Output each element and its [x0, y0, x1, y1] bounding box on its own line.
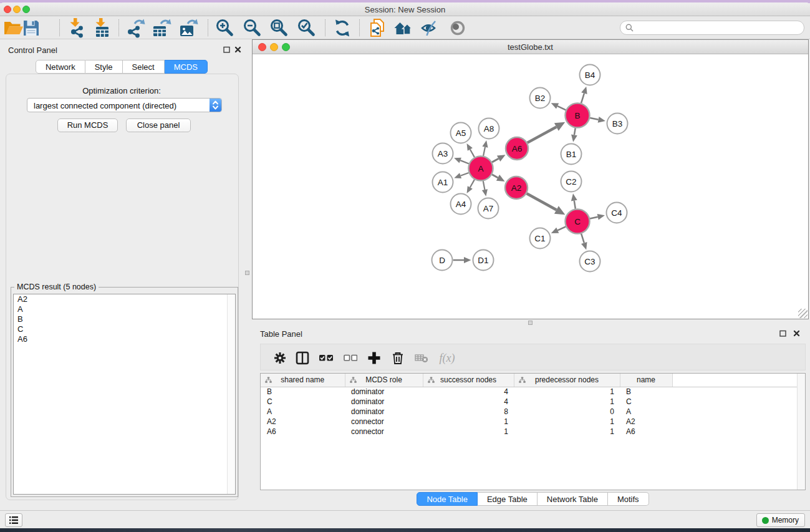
cell[interactable]: 0 [514, 407, 620, 417]
graph-edge-A-A7[interactable] [483, 181, 485, 190]
graph-edge-A-A4[interactable] [470, 180, 475, 188]
column-header-name[interactable]: name [620, 374, 672, 387]
graph-edge-B-B1[interactable] [574, 128, 576, 135]
network-canvas[interactable]: AA1A2A3A4A5A6A7A8BB1B2B3B4CC1C2C3C4DD1 [253, 54, 808, 319]
vertical-splitter[interactable] [243, 39, 252, 510]
cell[interactable]: C [620, 397, 672, 407]
cell[interactable]: 1 [514, 427, 620, 437]
cell[interactable]: A6 [620, 427, 672, 437]
cell[interactable]: connector [345, 427, 423, 437]
graph-edge-A-A5[interactable] [470, 149, 475, 157]
mcds-result-item[interactable]: A2 [14, 294, 235, 304]
cell[interactable]: 1 [514, 387, 620, 397]
cell[interactable]: 1 [514, 397, 620, 407]
cell[interactable]: A6 [261, 427, 345, 437]
search-input[interactable] [636, 24, 804, 32]
delete-table-icon[interactable] [414, 351, 429, 365]
horizontal-splitter-handle[interactable] [528, 321, 533, 325]
home-icon[interactable] [393, 17, 414, 39]
run-mcds-button[interactable]: Run MCDS [57, 118, 118, 132]
table-row-A2[interactable]: A2connector11A2 [261, 417, 805, 427]
window-resize-grip[interactable] [798, 309, 808, 318]
cell[interactable]: 8 [423, 407, 514, 417]
tab-style[interactable]: Style [85, 60, 123, 74]
unselect-all-columns-icon[interactable] [343, 351, 358, 365]
graph-edge-A-A6[interactable] [492, 158, 499, 162]
cell[interactable]: 1 [423, 417, 514, 427]
task-history-button[interactable] [5, 513, 22, 527]
tab-network[interactable]: Network [36, 60, 85, 74]
graph-edge-A-A8[interactable] [483, 147, 485, 156]
cell[interactable]: A [620, 407, 672, 417]
export-network-icon[interactable] [125, 17, 147, 39]
mcds-result-item[interactable]: A6 [14, 334, 235, 344]
graph-edge-A-A2[interactable] [492, 175, 498, 178]
cell[interactable]: 1 [514, 417, 620, 427]
tab-network-table[interactable]: Network Table [538, 492, 608, 506]
close-table-panel-icon[interactable] [793, 329, 801, 337]
cell[interactable]: A2 [620, 417, 672, 427]
cell[interactable]: dominator [345, 397, 423, 407]
cell[interactable]: B [261, 387, 345, 397]
graph-edge-C-C3[interactable] [581, 234, 584, 243]
cell[interactable]: C [261, 397, 345, 407]
cell[interactable]: 4 [423, 397, 514, 407]
result-list-scrollbar[interactable] [227, 294, 235, 494]
export-table-icon[interactable] [152, 17, 173, 39]
main-titlebar[interactable]: Session: New Session [0, 2, 810, 16]
graph-edge-A2-C[interactable] [527, 193, 557, 210]
mcds-result-item[interactable]: B [14, 314, 235, 324]
show-all-icon[interactable] [447, 17, 468, 39]
cell[interactable]: B [620, 387, 672, 397]
column-header-shared-name[interactable]: shared name [261, 374, 345, 387]
vertical-splitter-handle[interactable] [245, 271, 249, 275]
zoom-in-icon[interactable] [215, 17, 236, 39]
optimization-criterion-select[interactable]: largest connected component (directed) [27, 98, 222, 112]
float-panel-icon[interactable] [223, 46, 231, 54]
graph-edge-B-B4[interactable] [581, 94, 584, 104]
graph-edge-B-B3[interactable] [590, 118, 599, 120]
graph-edge-C-C4[interactable] [590, 217, 598, 219]
tab-mcds[interactable]: MCDS [165, 60, 208, 74]
mcds-result-list[interactable]: A2ABCA6 [13, 294, 236, 495]
save-session-icon[interactable] [21, 17, 42, 39]
tab-motifs[interactable]: Motifs [608, 492, 649, 506]
table-row-B[interactable]: Bdominator41B [261, 387, 805, 397]
node-table[interactable]: shared nameMCDS rolesuccessor nodesprede… [260, 373, 806, 490]
cell[interactable]: dominator [345, 387, 423, 397]
network-window-titlebar[interactable]: testGlobe.txt [253, 40, 808, 54]
delete-column-icon[interactable] [390, 351, 405, 365]
hide-selected-icon[interactable] [420, 17, 441, 39]
show-columns-icon[interactable] [295, 351, 310, 365]
memory-button[interactable]: Memory [756, 513, 805, 527]
horizontal-splitter[interactable] [252, 319, 810, 326]
cell[interactable]: A [261, 407, 345, 417]
cell[interactable]: 4 [423, 387, 514, 397]
cell[interactable]: 1 [423, 427, 514, 437]
mcds-result-item[interactable]: A [14, 304, 235, 314]
select-all-columns-icon[interactable] [319, 351, 334, 365]
zoom-out-icon[interactable] [242, 17, 263, 39]
close-panel-icon[interactable] [234, 46, 242, 54]
table-row-C[interactable]: Cdominator41C [261, 397, 805, 407]
table-row-A6[interactable]: A6connector11A6 [261, 427, 805, 437]
graph-edge-C-C2[interactable] [574, 201, 576, 209]
mcds-result-item[interactable]: C [14, 324, 235, 334]
graph-edge-A-A1[interactable] [461, 173, 469, 176]
add-column-icon[interactable] [367, 351, 382, 365]
network-graph[interactable]: AA1A2A3A4A5A6A7A8BB1B2B3B4CC1C2C3C4DD1 [253, 54, 808, 319]
refresh-icon[interactable] [332, 17, 353, 39]
import-network-icon[interactable] [65, 17, 87, 39]
graph-edge-B-B2[interactable] [557, 106, 566, 110]
close-panel-button[interactable]: Close panel [126, 118, 191, 132]
column-header-predecessor-nodes[interactable]: predecessor nodes [514, 374, 620, 387]
column-header-MCDS-role[interactable]: MCDS role [345, 374, 423, 387]
table-scrollbar[interactable] [797, 374, 805, 490]
graph-edge-A6-B[interactable] [528, 127, 557, 142]
cell[interactable]: connector [345, 417, 423, 427]
function-builder-icon[interactable]: f(x) [440, 351, 455, 365]
column-header-successor-nodes[interactable]: successor nodes [423, 374, 514, 387]
import-table-icon[interactable] [91, 17, 112, 39]
graph-edge-A-A3[interactable] [460, 160, 469, 163]
tab-select[interactable]: Select [123, 60, 165, 74]
